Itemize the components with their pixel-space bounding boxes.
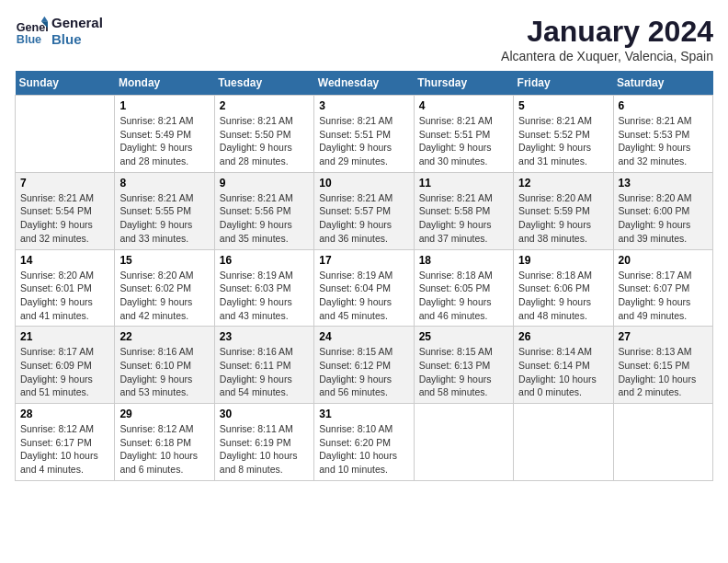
calendar-day-cell: 27Sunrise: 8:13 AMSunset: 6:15 PMDayligh… [613,327,712,404]
day-number: 4 [419,99,508,112]
day-number: 17 [319,254,408,267]
day-number: 11 [419,177,508,190]
day-number: 7 [20,177,109,190]
day-number: 30 [220,408,309,420]
calendar-day-cell: 16Sunrise: 8:19 AMSunset: 6:03 PMDayligh… [214,249,313,327]
day-number: 14 [20,254,109,267]
day-number: 12 [518,177,608,190]
calendar-day-cell: 6Sunrise: 8:21 AMSunset: 5:53 PMDaylight… [613,96,712,173]
logo-icon: General Blue [15,15,48,48]
calendar-day-cell: 25Sunrise: 8:15 AMSunset: 6:13 PMDayligh… [414,327,513,404]
calendar-day-cell: 28Sunrise: 8:12 AMSunset: 6:17 PMDayligh… [16,404,115,481]
day-number: 21 [20,330,109,343]
calendar-table: SundayMondayTuesdayWednesdayThursdayFrid… [15,71,713,481]
day-number: 27 [619,330,708,343]
calendar-day-cell: 15Sunrise: 8:20 AMSunset: 6:02 PMDayligh… [115,249,214,327]
calendar-week-row: 21Sunrise: 8:17 AMSunset: 6:09 PMDayligh… [16,327,713,404]
day-info: Sunrise: 8:20 AMSunset: 5:59 PMDaylight:… [518,191,608,246]
day-info: Sunrise: 8:15 AMSunset: 6:12 PMDaylight:… [319,345,408,399]
day-number: 16 [220,254,309,267]
day-header-tuesday: Tuesday [214,71,313,96]
calendar-day-cell: 10Sunrise: 8:21 AMSunset: 5:57 PMDayligh… [314,172,414,249]
day-number: 15 [119,254,209,267]
day-info: Sunrise: 8:20 AMSunset: 6:02 PMDaylight:… [119,269,209,323]
logo-line1: General [51,15,103,31]
day-number: 13 [619,177,708,190]
calendar-day-cell: 9Sunrise: 8:21 AMSunset: 5:56 PMDaylight… [214,172,313,249]
svg-marker-2 [41,17,48,21]
day-info: Sunrise: 8:17 AMSunset: 6:09 PMDaylight:… [20,345,109,399]
calendar-day-cell: 18Sunrise: 8:18 AMSunset: 6:05 PMDayligh… [414,249,513,327]
page-header: General Blue General Blue January 2024 A… [15,15,713,63]
day-info: Sunrise: 8:12 AMSunset: 6:18 PMDaylight:… [119,422,209,477]
day-number: 24 [319,330,408,343]
day-info: Sunrise: 8:20 AMSunset: 6:00 PMDaylight:… [619,191,708,246]
calendar-day-cell: 1Sunrise: 8:21 AMSunset: 5:49 PMDaylight… [115,96,214,173]
day-info: Sunrise: 8:16 AMSunset: 6:10 PMDaylight:… [119,345,209,399]
day-info: Sunrise: 8:20 AMSunset: 6:01 PMDaylight:… [20,269,109,323]
day-info: Sunrise: 8:19 AMSunset: 6:03 PMDaylight:… [220,269,309,323]
day-info: Sunrise: 8:18 AMSunset: 6:05 PMDaylight:… [419,269,508,323]
day-header-monday: Monday [115,71,214,96]
title-block: January 2024 Alcantera de Xuquer, Valenc… [501,15,713,63]
day-number: 2 [220,99,309,112]
calendar-day-cell: 26Sunrise: 8:14 AMSunset: 6:14 PMDayligh… [514,327,613,404]
calendar-day-cell: 24Sunrise: 8:15 AMSunset: 6:12 PMDayligh… [314,327,414,404]
day-info: Sunrise: 8:12 AMSunset: 6:17 PMDaylight:… [20,422,109,477]
day-info: Sunrise: 8:21 AMSunset: 5:56 PMDaylight:… [220,191,309,246]
day-info: Sunrise: 8:19 AMSunset: 6:04 PMDaylight:… [319,269,408,323]
calendar-day-cell: 20Sunrise: 8:17 AMSunset: 6:07 PMDayligh… [613,249,712,327]
day-number: 31 [319,408,408,420]
day-number: 28 [20,408,109,420]
day-number: 18 [419,254,508,267]
day-number: 26 [518,330,608,343]
calendar-day-cell: 8Sunrise: 8:21 AMSunset: 5:55 PMDaylight… [115,172,214,249]
calendar-day-cell [613,404,712,481]
calendar-day-cell: 22Sunrise: 8:16 AMSunset: 6:10 PMDayligh… [115,327,214,404]
day-info: Sunrise: 8:17 AMSunset: 6:07 PMDaylight:… [619,269,708,323]
day-header-sunday: Sunday [16,71,115,96]
day-info: Sunrise: 8:14 AMSunset: 6:14 PMDaylight:… [518,345,608,399]
month-title: January 2024 [501,15,713,49]
calendar-header-row: SundayMondayTuesdayWednesdayThursdayFrid… [16,71,713,96]
calendar-day-cell: 3Sunrise: 8:21 AMSunset: 5:51 PMDaylight… [314,96,414,173]
day-info: Sunrise: 8:15 AMSunset: 6:13 PMDaylight:… [419,345,508,399]
day-number: 22 [119,330,209,343]
calendar-week-row: 7Sunrise: 8:21 AMSunset: 5:54 PMDaylight… [16,172,713,249]
day-info: Sunrise: 8:21 AMSunset: 5:49 PMDaylight:… [119,114,209,168]
calendar-day-cell: 30Sunrise: 8:11 AMSunset: 6:19 PMDayligh… [214,404,313,481]
day-header-wednesday: Wednesday [314,71,414,96]
day-info: Sunrise: 8:21 AMSunset: 5:53 PMDaylight:… [619,114,708,168]
day-number: 23 [220,330,309,343]
day-number: 20 [619,254,708,267]
day-number: 5 [518,99,608,112]
calendar-week-row: 1Sunrise: 8:21 AMSunset: 5:49 PMDaylight… [16,96,713,173]
calendar-day-cell: 11Sunrise: 8:21 AMSunset: 5:58 PMDayligh… [414,172,513,249]
calendar-day-cell: 21Sunrise: 8:17 AMSunset: 6:09 PMDayligh… [16,327,115,404]
location-subtitle: Alcantera de Xuquer, Valencia, Spain [501,49,713,63]
calendar-day-cell: 14Sunrise: 8:20 AMSunset: 6:01 PMDayligh… [16,249,115,327]
day-info: Sunrise: 8:11 AMSunset: 6:19 PMDaylight:… [220,422,309,477]
day-info: Sunrise: 8:16 AMSunset: 6:11 PMDaylight:… [220,345,309,399]
day-number: 19 [518,254,608,267]
calendar-day-cell: 17Sunrise: 8:19 AMSunset: 6:04 PMDayligh… [314,249,414,327]
day-info: Sunrise: 8:10 AMSunset: 6:20 PMDaylight:… [319,422,408,477]
day-info: Sunrise: 8:21 AMSunset: 5:51 PMDaylight:… [319,114,408,168]
calendar-day-cell: 2Sunrise: 8:21 AMSunset: 5:50 PMDaylight… [214,96,313,173]
calendar-day-cell [514,404,613,481]
calendar-week-row: 14Sunrise: 8:20 AMSunset: 6:01 PMDayligh… [16,249,713,327]
logo: General Blue General Blue [15,15,103,48]
day-number: 29 [119,408,209,420]
day-info: Sunrise: 8:21 AMSunset: 5:55 PMDaylight:… [119,191,209,246]
day-number: 25 [419,330,508,343]
day-number: 8 [119,177,209,190]
day-info: Sunrise: 8:21 AMSunset: 5:50 PMDaylight:… [220,114,309,168]
calendar-day-cell: 4Sunrise: 8:21 AMSunset: 5:51 PMDaylight… [414,96,513,173]
day-header-saturday: Saturday [613,71,712,96]
logo-line2: Blue [51,31,103,48]
day-info: Sunrise: 8:21 AMSunset: 5:51 PMDaylight:… [419,114,508,168]
calendar-day-cell: 29Sunrise: 8:12 AMSunset: 6:18 PMDayligh… [115,404,214,481]
day-info: Sunrise: 8:13 AMSunset: 6:15 PMDaylight:… [619,345,708,399]
calendar-day-cell: 31Sunrise: 8:10 AMSunset: 6:20 PMDayligh… [314,404,414,481]
day-info: Sunrise: 8:21 AMSunset: 5:52 PMDaylight:… [518,114,608,168]
